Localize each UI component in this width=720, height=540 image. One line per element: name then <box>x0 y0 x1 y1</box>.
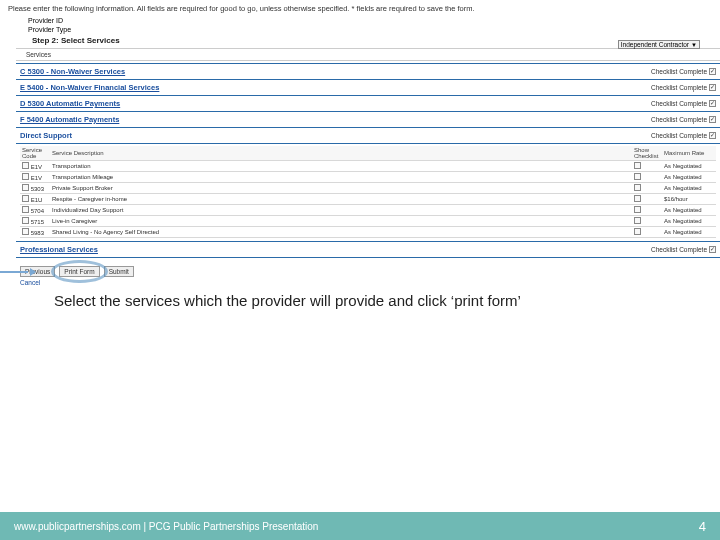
section-link[interactable]: Direct Support <box>20 131 72 140</box>
service-description: Private Support Broker <box>50 183 632 194</box>
show-checklist-checkbox[interactable] <box>634 206 641 213</box>
service-select-checkbox[interactable] <box>22 173 29 180</box>
checklist-complete-label: Checklist Complete <box>651 68 707 75</box>
section-professional-services[interactable]: Professional Services <box>20 245 98 254</box>
slide-caption: Select the services which the provider w… <box>54 292 720 309</box>
th-code: Service Code <box>20 146 50 161</box>
service-select-checkbox[interactable] <box>22 184 29 191</box>
divider <box>16 95 720 96</box>
provider-type-select[interactable]: Independent Contractor ▼ <box>618 40 700 49</box>
service-select-checkbox[interactable] <box>22 195 29 202</box>
checklist-complete-label: Checklist Complete <box>651 132 707 139</box>
service-select-checkbox[interactable] <box>22 228 29 235</box>
table-row: E1VTransportationAs Negotiated <box>20 161 716 172</box>
checklist-complete-checkbox[interactable] <box>709 100 716 107</box>
show-checklist-checkbox[interactable] <box>634 195 641 202</box>
table-row: 5715Live-in CaregiverAs Negotiated <box>20 216 716 227</box>
service-description: Individualized Day Support <box>50 205 632 216</box>
provider-type-label: Provider Type <box>28 26 78 33</box>
show-checklist-checkbox[interactable] <box>634 228 641 235</box>
checklist-complete-label: Checklist Complete <box>651 100 707 107</box>
service-code: E1U <box>29 197 42 203</box>
maximum-rate: As Negotiated <box>662 161 716 172</box>
service-code: 5983 <box>29 230 44 236</box>
checklist-complete-label: Checklist Complete <box>651 246 707 253</box>
service-code: E1V <box>29 175 42 181</box>
checklist-complete-label: Checklist Complete <box>651 116 707 123</box>
service-description: Transportation <box>50 161 632 172</box>
section-link[interactable]: C 5300 - Non-Waiver Services <box>20 67 125 76</box>
divider <box>16 241 720 242</box>
checklist-complete-label: Checklist Complete <box>651 84 707 91</box>
divider <box>16 60 720 61</box>
service-description: Transportation Mileage <box>50 172 632 183</box>
service-description: Shared Living - No Agency Self Directed <box>50 227 632 238</box>
page-number: 4 <box>699 519 706 534</box>
section-link[interactable]: D 5300 Automatic Payments <box>20 99 120 108</box>
service-description: Respite - Caregiver in-home <box>50 194 632 205</box>
divider <box>16 63 720 64</box>
divider <box>16 111 720 112</box>
table-row: E1URespite - Caregiver in-home$16/hour <box>20 194 716 205</box>
print-form-button[interactable]: Print Form <box>59 266 99 277</box>
show-checklist-checkbox[interactable] <box>634 162 641 169</box>
maximum-rate: $16/hour <box>662 194 716 205</box>
checklist-complete-checkbox[interactable] <box>709 68 716 75</box>
step-title: Step 2: Select Services <box>32 36 712 45</box>
provider-type-value: Independent Contractor <box>621 41 689 48</box>
chevron-down-icon: ▼ <box>691 42 697 48</box>
divider <box>16 127 720 128</box>
service-select-checkbox[interactable] <box>22 162 29 169</box>
table-row: 5983Shared Living - No Agency Self Direc… <box>20 227 716 238</box>
cancel-link[interactable]: Cancel <box>20 279 712 286</box>
section-link[interactable]: E 5400 - Non-Waiver Financial Services <box>20 83 159 92</box>
divider <box>16 143 720 144</box>
maximum-rate: As Negotiated <box>662 183 716 194</box>
table-row: E1VTransportation MileageAs Negotiated <box>20 172 716 183</box>
service-code: 5303 <box>29 186 44 192</box>
show-checklist-checkbox[interactable] <box>634 173 641 180</box>
checklist-complete-checkbox[interactable] <box>709 132 716 139</box>
show-checklist-checkbox[interactable] <box>634 217 641 224</box>
show-checklist-checkbox[interactable] <box>634 184 641 191</box>
service-select-checkbox[interactable] <box>22 206 29 213</box>
section-link[interactable]: F 5400 Automatic Payments <box>20 115 119 124</box>
maximum-rate: As Negotiated <box>662 216 716 227</box>
services-heading: Services <box>26 51 712 58</box>
footer-text: www.publicpartnerships.com | PCG Public … <box>14 521 318 532</box>
services-table: Service Code Service Description Show Ch… <box>20 146 716 238</box>
checklist-complete-checkbox[interactable] <box>709 116 716 123</box>
service-code: 5715 <box>29 219 44 225</box>
service-description: Live-in Caregiver <box>50 216 632 227</box>
table-row: 5704Individualized Day SupportAs Negotia… <box>20 205 716 216</box>
checklist-complete-checkbox[interactable] <box>709 84 716 91</box>
service-code: E1V <box>29 164 42 170</box>
provider-id-label: Provider ID <box>28 17 78 24</box>
checklist-complete-checkbox[interactable] <box>709 246 716 253</box>
divider <box>16 79 720 80</box>
service-select-checkbox[interactable] <box>22 217 29 224</box>
divider <box>16 257 720 258</box>
maximum-rate: As Negotiated <box>662 205 716 216</box>
th-desc: Service Description <box>50 146 632 161</box>
divider <box>16 48 720 49</box>
submit-button[interactable]: Submit <box>104 266 134 277</box>
service-code: 5704 <box>29 208 44 214</box>
previous-button[interactable]: Previous <box>20 266 55 277</box>
th-show: Show Checklist <box>632 146 662 161</box>
form-instructions: Please enter the following information. … <box>8 4 712 13</box>
maximum-rate: As Negotiated <box>662 172 716 183</box>
maximum-rate: As Negotiated <box>662 227 716 238</box>
table-row: 5303Private Support BrokerAs Negotiated <box>20 183 716 194</box>
th-rate: Maximum Rate <box>662 146 716 161</box>
footer-bar: www.publicpartnerships.com | PCG Public … <box>0 512 720 540</box>
